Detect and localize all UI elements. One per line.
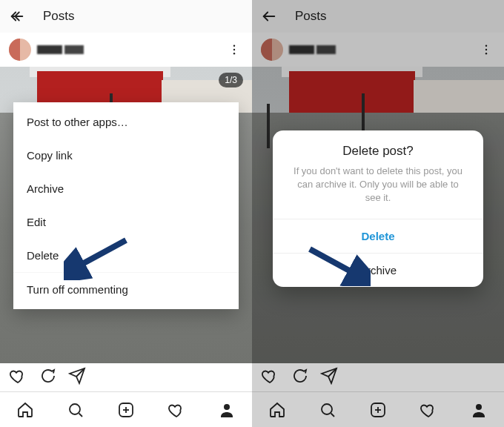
comment-icon[interactable]	[39, 367, 56, 388]
menu-item-copy-link[interactable]: Copy link	[13, 139, 239, 172]
svg-line-6	[79, 413, 83, 417]
menu-item-delete[interactable]: Delete	[13, 239, 239, 272]
nav-activity-icon[interactable]	[167, 400, 186, 420]
right-screenshot: Posts	[252, 0, 504, 427]
svg-point-4	[233, 53, 235, 54]
post-options-menu: Post to other apps… Copy link Archive Ed…	[13, 102, 239, 309]
post-actions-bar	[0, 363, 252, 391]
svg-point-10	[224, 404, 230, 410]
more-options-button[interactable]	[225, 41, 243, 59]
avatar[interactable]	[9, 39, 31, 61]
carousel-counter: 1/3	[219, 73, 243, 87]
left-screenshot: Posts 1/3	[0, 0, 252, 427]
nav-profile-icon[interactable]	[217, 400, 236, 420]
post-author-row	[0, 33, 252, 67]
dialog-title: Delete post?	[273, 130, 483, 165]
nav-home-icon[interactable]	[16, 400, 35, 420]
svg-point-2	[233, 45, 235, 47]
nav-add-icon[interactable]	[116, 400, 136, 420]
username-redacted[interactable]	[37, 45, 84, 54]
back-icon[interactable]	[9, 8, 25, 24]
share-icon[interactable]	[68, 367, 86, 388]
svg-point-5	[70, 404, 80, 414]
menu-item-edit[interactable]: Edit	[13, 205, 239, 239]
menu-item-archive[interactable]: Archive	[13, 172, 239, 205]
svg-point-3	[233, 49, 235, 50]
dialog-message: If you don't want to delete this post, y…	[273, 165, 483, 219]
delete-post-dialog: Delete post? If you don't want to delete…	[273, 130, 483, 287]
dialog-archive-button[interactable]: Archive	[273, 253, 483, 287]
like-icon[interactable]	[9, 367, 27, 388]
menu-item-turn-off-commenting[interactable]: Turn off commenting	[13, 273, 239, 306]
bottom-nav	[0, 391, 252, 427]
page-title: Posts	[43, 9, 75, 24]
header-bar: Posts	[0, 0, 252, 33]
dialog-delete-button[interactable]: Delete	[273, 219, 483, 253]
menu-item-post-other-apps[interactable]: Post to other apps…	[13, 105, 239, 139]
nav-search-icon[interactable]	[66, 400, 85, 420]
